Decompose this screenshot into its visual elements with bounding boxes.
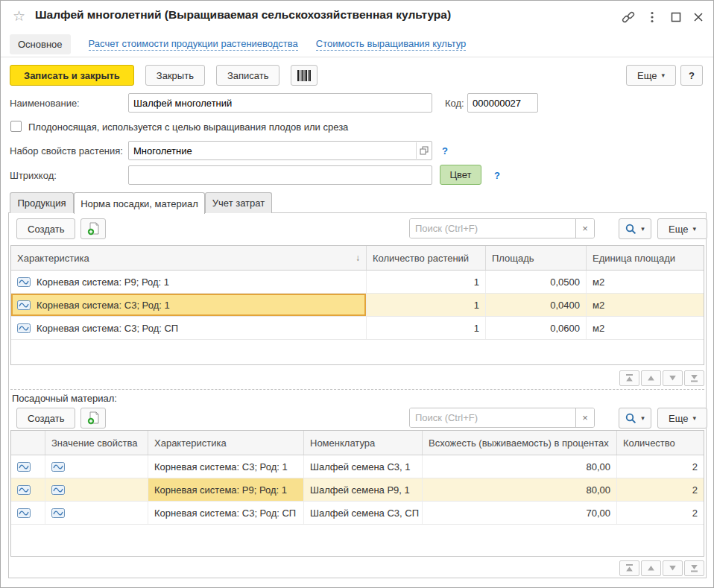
scroll-bottom-icon[interactable]: [684, 370, 704, 386]
copy-link-icon[interactable]: [621, 10, 636, 25]
characteristic-cell[interactable]: Корневая система: С3; Род: 1: [11, 294, 367, 316]
table-scroll-buttons: [619, 370, 704, 386]
property-set-label: Набор свойств растения:: [10, 145, 123, 157]
property-value-cell[interactable]: [45, 455, 148, 478]
table-row: Корневая система: С3; Род: СП 1 0,0600 м…: [11, 317, 704, 340]
more-button-norm[interactable]: Еще▾: [657, 218, 707, 239]
header-characteristic[interactable]: Характеристика↓: [11, 246, 367, 270]
code-input[interactable]: [467, 93, 538, 113]
scroll-bottom-icon[interactable]: [684, 560, 704, 576]
barcode-input[interactable]: [128, 165, 432, 185]
nav-link-production-cost[interactable]: Расчет стоимости продукции растениеводст…: [89, 38, 298, 51]
area-cell[interactable]: 0,0500: [486, 271, 587, 293]
germination-cell[interactable]: 70,00: [423, 502, 617, 524]
title-bar: ☆ Шалфей многолетний (Выращиваемая сельс…: [1, 1, 713, 32]
header-property-value[interactable]: Значение свойства: [45, 431, 148, 455]
characteristic-cell[interactable]: Корневая система: P9; Род: 1: [11, 271, 367, 293]
more-button-top[interactable]: Еще▾: [626, 65, 676, 86]
characteristic-text: Корневая система: P9; Род: 1: [37, 276, 169, 288]
characteristic-cell[interactable]: Корневая система: С3; Род: СП: [148, 502, 304, 524]
area-unit-cell[interactable]: м2: [587, 317, 704, 339]
header-plant-count[interactable]: Количество растений: [367, 246, 486, 270]
planting-norm-table: Характеристика↓ Количество растений Площ…: [10, 245, 704, 365]
quantity-cell[interactable]: 2: [617, 502, 704, 524]
header-quantity[interactable]: Количество: [617, 431, 704, 455]
area-cell[interactable]: 0,0400: [486, 294, 587, 316]
search-input-norm[interactable]: [410, 219, 575, 238]
chevron-down-icon: ▾: [661, 72, 665, 79]
header-germination[interactable]: Всхожесть (выживаемость) в процентах: [423, 431, 617, 455]
barcode-help-icon[interactable]: ?: [494, 170, 500, 181]
tab-planting-norm[interactable]: Норма посадки, материал: [74, 192, 205, 214]
tab-production[interactable]: Продукция: [10, 192, 74, 213]
search-input-material[interactable]: [410, 408, 575, 427]
characteristic-cell[interactable]: Корневая система: С3; Род: СП: [11, 317, 367, 339]
characteristic-cell[interactable]: Корневая система: P9; Род: 1: [148, 478, 304, 501]
area-unit-cell[interactable]: м2: [587, 271, 704, 293]
property-set-open-icon[interactable]: [416, 142, 431, 159]
search-clear-icon[interactable]: ×: [575, 219, 594, 238]
tab-cost-accounting[interactable]: Учет затрат: [205, 192, 272, 213]
nav-link-growing-cost[interactable]: Стоимость выращивания культур: [316, 38, 467, 51]
scroll-up-icon[interactable]: [641, 560, 661, 576]
kebab-menu-icon[interactable]: [645, 10, 660, 25]
close-icon[interactable]: [691, 10, 706, 25]
fruiting-checkbox-label: Плодоносящая, используется с целью выращ…: [28, 121, 348, 133]
save-and-close-button[interactable]: Записать и закрыть: [10, 65, 134, 86]
property-set-input[interactable]: [128, 141, 432, 160]
scroll-down-icon[interactable]: [663, 560, 683, 576]
area-cell[interactable]: 0,0600: [486, 317, 587, 339]
search-options-button-material[interactable]: ▾: [619, 408, 651, 429]
scroll-top-icon[interactable]: [619, 560, 639, 576]
quantity-cell[interactable]: 2: [617, 478, 704, 501]
save-button[interactable]: Записать: [216, 65, 280, 86]
area-unit-cell[interactable]: м2: [587, 294, 704, 316]
more-button-material[interactable]: Еще▾: [657, 408, 707, 429]
close-button[interactable]: Закрыть: [145, 65, 205, 86]
row-icon-cell[interactable]: [11, 478, 45, 501]
create-from-template-button-norm[interactable]: [80, 218, 106, 239]
barcode-button[interactable]: [291, 65, 317, 86]
property-set-help-icon[interactable]: ?: [442, 145, 448, 157]
property-value-cell[interactable]: [45, 502, 148, 524]
quantity-cell[interactable]: 2: [617, 455, 704, 478]
help-button[interactable]: ?: [680, 65, 703, 86]
table-row: Корневая система: P9; Род: 1 1 0,0500 м2: [11, 271, 704, 294]
header-icon-col[interactable]: [11, 431, 45, 455]
create-button-material[interactable]: Создать: [16, 408, 75, 429]
row-icon-cell[interactable]: [11, 502, 45, 524]
nomenclature-cell[interactable]: Шалфей семена Р9, 1: [304, 478, 423, 501]
header-nomenclature[interactable]: Номенклатура: [304, 431, 423, 455]
planting-material-label: Посадочный материал:: [12, 393, 117, 404]
name-input[interactable]: [128, 93, 432, 113]
nomenclature-cell[interactable]: Шалфей семена С3, 1: [304, 455, 423, 478]
nomenclature-cell[interactable]: Шалфей семена С3, СП: [304, 502, 423, 524]
new-document-icon: [87, 411, 99, 425]
planting-material-table: Значение свойства Характеристика Номенкл…: [10, 430, 704, 557]
nav-item-main[interactable]: Основное: [10, 34, 71, 54]
header-area-unit[interactable]: Единица площади: [587, 246, 704, 270]
header-characteristic[interactable]: Характеристика: [148, 431, 304, 455]
plant-count-cell[interactable]: 1: [367, 271, 486, 293]
characteristic-cell[interactable]: Корневая система: С3; Род: 1: [148, 455, 304, 478]
create-button-norm[interactable]: Создать: [16, 218, 75, 239]
germination-cell[interactable]: 80,00: [423, 478, 617, 501]
favorite-star-icon[interactable]: ☆: [13, 7, 25, 25]
plant-count-cell[interactable]: 1: [367, 317, 486, 339]
color-button[interactable]: Цвет: [440, 165, 481, 185]
property-value-cell[interactable]: [45, 478, 148, 501]
maximize-icon[interactable]: [669, 10, 683, 25]
scroll-up-icon[interactable]: [641, 370, 661, 386]
search-clear-icon[interactable]: ×: [575, 408, 594, 427]
scroll-down-icon[interactable]: [663, 370, 683, 386]
command-bar: Записать и закрыть Закрыть Записать Еще▾…: [1, 65, 713, 87]
search-options-button-norm[interactable]: ▾: [619, 218, 651, 239]
plant-count-cell[interactable]: 1: [367, 294, 486, 316]
create-from-template-button-material[interactable]: [80, 408, 106, 429]
germination-cell[interactable]: 80,00: [423, 455, 617, 478]
row-icon-cell[interactable]: [11, 455, 45, 478]
property-value-icon: [51, 485, 65, 495]
scroll-top-icon[interactable]: [619, 370, 639, 386]
header-area[interactable]: Площадь: [486, 246, 587, 270]
fruiting-checkbox[interactable]: [10, 121, 22, 132]
